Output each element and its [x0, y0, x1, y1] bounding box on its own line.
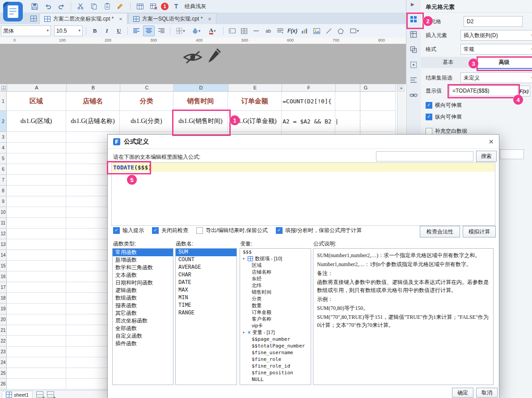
row-header-23[interactable]: 23: [0, 347, 7, 357]
cell-A15[interactable]: [7, 261, 66, 271]
row-header-26[interactable]: 26: [0, 379, 7, 390]
function-name-item[interactable]: MAX: [176, 287, 236, 294]
function-name-item[interactable]: MIN: [176, 294, 236, 302]
cell-A5[interactable]: [7, 153, 66, 164]
select-all-corner[interactable]: [0, 84, 7, 92]
row-header-16[interactable]: 16: [0, 271, 7, 282]
function-name-item[interactable]: CHAR: [176, 271, 236, 279]
cell-D1[interactable]: 销售时间: [173, 92, 228, 111]
column-header-D[interactable]: D: [174, 84, 228, 92]
tree-item[interactable]: 订单金额: [240, 309, 311, 316]
row-header-15[interactable]: 15: [0, 261, 7, 271]
function-type-item[interactable]: 日期和时间函数: [113, 279, 173, 287]
align-left-icon[interactable]: [131, 26, 142, 36]
panel-checkbox-row[interactable]: 纵向可伸展: [426, 112, 467, 122]
expand-arrow-icon[interactable]: ▾: [243, 330, 248, 334]
formula-icon[interactable]: F(x): [287, 26, 298, 36]
function-type-item[interactable]: 报表函数: [113, 302, 173, 309]
cell-A17[interactable]: [7, 282, 66, 293]
expand-arrow-icon[interactable]: ▾: [243, 257, 248, 261]
notification-badge[interactable]: 1: [161, 3, 169, 10]
tree-item[interactable]: $$page_number: [240, 336, 311, 343]
row-header-1[interactable]: 1: [0, 92, 7, 111]
paste-icon[interactable]: [101, 1, 113, 12]
cell-A23[interactable]: [7, 347, 66, 357]
image-icon[interactable]: [311, 26, 322, 36]
redo-icon[interactable]: [55, 1, 67, 12]
cell-A25[interactable]: [7, 368, 66, 379]
font-size-select[interactable]: 10.5: [54, 25, 83, 36]
function-name-item[interactable]: RANGE: [176, 309, 236, 317]
cut-icon[interactable]: [75, 1, 86, 12]
checkbox[interactable]: [196, 227, 203, 234]
format-painter-icon[interactable]: [115, 1, 127, 12]
checkbox[interactable]: [426, 128, 432, 135]
row-header-17[interactable]: 17: [0, 282, 7, 293]
cell-A7[interactable]: [7, 175, 66, 186]
cell-D2[interactable]: ds1.G(销售时间): [173, 111, 228, 132]
dialog-checkbox-row[interactable]: 填报/分析时，保留公式用于计算: [276, 227, 362, 234]
tab-basic[interactable]: 基本: [420, 57, 476, 68]
save-icon[interactable]: [29, 1, 40, 12]
new-template-icon[interactable]: [28, 13, 39, 24]
cell-A20[interactable]: [7, 314, 66, 325]
row-header-9[interactable]: 9: [0, 196, 7, 207]
align-right-icon[interactable]: [156, 26, 167, 36]
chart-icon[interactable]: [299, 26, 310, 36]
function-type-item[interactable]: 插件函数: [113, 340, 173, 347]
theme-icon[interactable]: T: [170, 1, 182, 12]
rectangle-icon[interactable]: ▾: [347, 26, 362, 36]
checkbox[interactable]: [276, 227, 283, 234]
cell-A14[interactable]: [7, 250, 66, 261]
cell-E1[interactable]: 订单金额: [228, 92, 282, 111]
float-element-tab-icon[interactable]: [408, 44, 419, 55]
italic-button[interactable]: I: [101, 26, 112, 36]
row-header-5[interactable]: 5: [0, 153, 7, 164]
simulate-button[interactable]: 模拟计算: [463, 226, 496, 237]
cell-B1[interactable]: 店铺名: [66, 92, 120, 111]
borders-icon[interactable]: ▾: [173, 26, 188, 36]
dialog-checkbox-row[interactable]: 导出/编辑结果时,保留公式: [196, 227, 268, 234]
panel-input-partial[interactable]: [500, 149, 524, 159]
cell-A12[interactable]: [7, 229, 66, 239]
function-name-item[interactable]: AVERAGE: [176, 264, 236, 271]
tab-document-2[interactable]: 方案一SQL语句实现.cpt * ×: [128, 13, 216, 24]
tree-item[interactable]: $fine_position: [240, 369, 311, 376]
close-icon[interactable]: ×: [489, 137, 494, 146]
tree-item[interactable]: 数量: [240, 302, 311, 309]
row-header-25[interactable]: 25: [0, 368, 7, 379]
format-select[interactable]: 常规: [460, 44, 532, 55]
cell-attribute-tab-icon[interactable]: [408, 29, 419, 40]
add-aggregation-sheet-icon[interactable]: [47, 391, 54, 398]
dialog-checkbox-row[interactable]: 输入提示: [113, 227, 144, 234]
distribute-icon[interactable]: [275, 26, 286, 36]
tree-item[interactable]: 北纬: [240, 282, 311, 289]
scroll-up-icon[interactable]: ▲: [397, 84, 405, 92]
row-header-7[interactable]: 7: [0, 175, 7, 186]
dialog-checkbox-row[interactable]: 关闭前检查: [152, 227, 188, 234]
row-header-2[interactable]: 2: [0, 111, 7, 132]
function-name-item[interactable]: TIME: [176, 302, 236, 309]
widget-settings-tab-icon[interactable]: [408, 59, 419, 71]
column-header-G[interactable]: G: [336, 84, 396, 92]
font-family-select[interactable]: 黑体: [1, 25, 51, 36]
underline-button[interactable]: U: [114, 26, 124, 36]
function-type-item[interactable]: 自定义函数: [113, 332, 173, 340]
cell-F2[interactable]: A2 = $A2 && B2 |: [282, 111, 335, 132]
function-type-item[interactable]: 数学和三角函数: [113, 264, 173, 271]
sheet-tab-sheet1[interactable]: sheet1: [2, 391, 33, 398]
cell-A4[interactable]: [7, 143, 66, 153]
function-name-item[interactable]: DATE: [176, 279, 236, 287]
copy-icon[interactable]: [88, 1, 100, 12]
function-type-item[interactable]: 逻辑函数: [113, 287, 173, 294]
tree-item[interactable]: $$$: [240, 249, 311, 255]
row-header-14[interactable]: 14: [0, 250, 7, 261]
cell-A10[interactable]: [7, 207, 66, 218]
row-header-19[interactable]: 19: [0, 304, 7, 314]
row-header-10[interactable]: 10: [0, 207, 7, 218]
tab-advanced[interactable]: 高级: [476, 57, 532, 69]
formula-search-input[interactable]: [376, 151, 473, 161]
cell-A21[interactable]: [7, 325, 66, 336]
tree-item[interactable]: $fine_role: [240, 356, 311, 363]
function-type-item[interactable]: 文本函数: [113, 271, 173, 279]
